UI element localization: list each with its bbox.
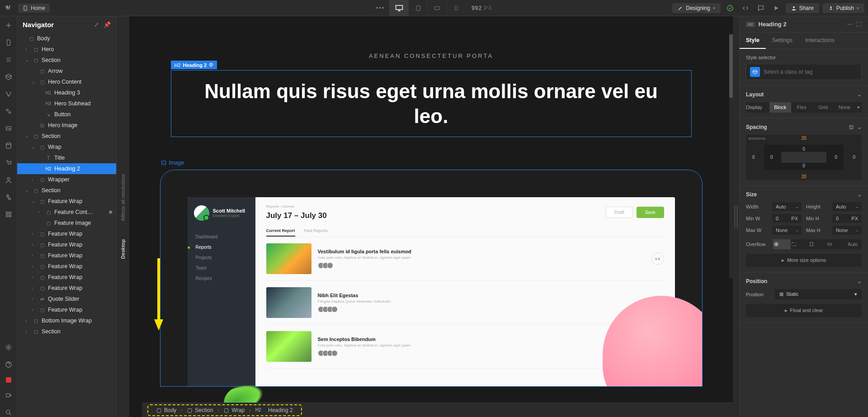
- class-input[interactable]: [764, 69, 858, 75]
- more-icon[interactable]: •••: [376, 5, 385, 11]
- heading2-text[interactable]: Nullam quis risus eget urna mollis ornar…: [189, 79, 673, 128]
- video-icon[interactable]: [4, 391, 13, 400]
- home-button[interactable]: Home: [18, 4, 50, 13]
- minw-input[interactable]: 0PX: [772, 214, 802, 223]
- tree-wrapper[interactable]: ›▢Wrapper: [17, 174, 116, 185]
- chevron-down-icon[interactable]: ▾: [855, 102, 862, 113]
- webflow-logo-icon[interactable]: [4, 3, 14, 13]
- maxw-input[interactable]: None-: [772, 226, 802, 235]
- record-icon[interactable]: [6, 377, 11, 383]
- width-input[interactable]: Auto-: [772, 202, 802, 211]
- tree-section[interactable]: ›▢Section: [17, 326, 116, 337]
- tree-button[interactable]: ↘Button: [17, 109, 116, 120]
- tree-feature-wrap[interactable]: ›▢Feature Wrap: [17, 261, 116, 272]
- display-block[interactable]: Block: [769, 102, 791, 113]
- tree-feature-wrap[interactable]: ›▢Feature Wrap: [17, 239, 116, 250]
- float-and-clear[interactable]: ▸Float and clear: [746, 304, 862, 317]
- tree-feature-cont[interactable]: ›▢Feature Cont…✱: [17, 207, 116, 218]
- tree-bottom-image-wrap[interactable]: ›▢Bottom Image Wrap: [17, 315, 116, 326]
- publish-button[interactable]: Publish▾: [823, 3, 864, 13]
- chevron-down-icon[interactable]: ⌄: [857, 191, 862, 198]
- selected-heading2-element[interactable]: H2 Heading 2 ⚙ Nullam quis risus eget ur…: [171, 70, 692, 137]
- pin-icon[interactable]: 📌: [104, 21, 111, 28]
- help-icon[interactable]: [4, 360, 13, 369]
- spacing-box[interactable]: MARGIN PADDING 20 20 0 0 0 0 0 0: [746, 135, 862, 180]
- style-manager-icon[interactable]: [4, 107, 13, 116]
- navigator-icon[interactable]: [4, 55, 13, 64]
- add-element-icon[interactable]: [4, 21, 13, 30]
- device-tablet-landscape-button[interactable]: [427, 0, 446, 16]
- tab-settings[interactable]: Settings: [766, 33, 799, 49]
- overflow-clip[interactable]: [826, 239, 844, 249]
- tree-title[interactable]: TTitle: [17, 152, 116, 163]
- tree-feature-wrap[interactable]: ›▢Feature Wrap: [17, 283, 116, 294]
- variables-icon[interactable]: [4, 90, 13, 99]
- canvas[interactable]: AENEAN CONSECTETUR PORTA H2 Heading 2 ⚙ …: [129, 16, 733, 403]
- pages-icon[interactable]: [4, 38, 13, 47]
- comment-icon[interactable]: [755, 2, 767, 14]
- position-select[interactable]: ⊞Static▾: [775, 289, 862, 299]
- tree-section[interactable]: ⌄▢Section: [17, 131, 116, 142]
- device-desktop-button[interactable]: [389, 0, 408, 16]
- users-icon[interactable]: [4, 175, 13, 185]
- tree-feature-wrap[interactable]: ›▢Feature Wrap: [17, 228, 116, 239]
- tree-feature-image[interactable]: ▢Feature Image: [17, 218, 116, 228]
- code-icon[interactable]: [740, 2, 751, 14]
- class-selector[interactable]: [746, 64, 862, 80]
- tree-section[interactable]: ⌄▢Section: [17, 185, 116, 196]
- components-icon[interactable]: [4, 72, 13, 81]
- tree-heading2-selected[interactable]: H2Heading 2: [17, 163, 116, 174]
- tab-interactions[interactable]: Interactions: [799, 33, 841, 49]
- selection-tag[interactable]: H2 Heading 2 ⚙: [171, 61, 217, 69]
- tree-feature-wrap[interactable]: ›▢Feature Wrap: [17, 272, 116, 283]
- more-size-options[interactable]: ▸More size options: [746, 254, 862, 267]
- gear-icon[interactable]: ⚙: [209, 62, 213, 68]
- assets-icon[interactable]: [4, 124, 13, 133]
- logic-icon[interactable]: [4, 193, 13, 202]
- overflow-auto[interactable]: Auto: [844, 239, 862, 249]
- expand-icon[interactable]: ⛶: [856, 21, 862, 28]
- maxh-input[interactable]: None-: [832, 226, 862, 235]
- device-tablet-button[interactable]: [408, 0, 427, 16]
- tree-hero-content[interactable]: ⌄▢Hero Content: [17, 76, 116, 87]
- share-button[interactable]: Share: [786, 3, 819, 13]
- tree-heading3[interactable]: H1Heading 3: [17, 87, 116, 98]
- more-icon[interactable]: ⋯: [847, 21, 853, 28]
- cms-icon[interactable]: [4, 141, 13, 150]
- tree-section[interactable]: ⌄▢Section: [17, 55, 116, 66]
- tree-wrap[interactable]: ⌄▢Wrap: [17, 142, 116, 152]
- overflow-scroll[interactable]: [808, 239, 826, 249]
- tree-body[interactable]: ▢Body: [17, 33, 116, 44]
- tree-quote-slider[interactable]: ›⇄Quote Slider: [17, 294, 116, 304]
- canvas-resize-handle[interactable]: [733, 16, 739, 417]
- device-mobile-button[interactable]: [446, 0, 465, 16]
- breadcrumb-body[interactable]: ▢Body: [153, 406, 180, 414]
- overflow-hidden[interactable]: [791, 239, 808, 249]
- tree-hero-subhead[interactable]: H3Hero Subhead: [17, 98, 116, 109]
- image-element-tag[interactable]: Image: [161, 160, 721, 166]
- chevron-down-icon[interactable]: ⌄: [857, 91, 862, 98]
- ecommerce-icon[interactable]: [4, 158, 13, 167]
- preview-icon[interactable]: [770, 2, 782, 14]
- chevron-down-icon[interactable]: ⌄: [857, 278, 862, 284]
- spacing-edit-icon[interactable]: ⊡: [849, 124, 854, 130]
- chevron-down-icon[interactable]: ⌄: [857, 124, 862, 130]
- breadcrumb-heading2[interactable]: H2 Heading 2: [252, 406, 297, 414]
- collapse-icon[interactable]: ⤢: [94, 21, 99, 28]
- tree-arrow[interactable]: ▢Arrow: [17, 66, 116, 76]
- search-icon[interactable]: [4, 408, 13, 417]
- breadcrumb-section[interactable]: ▢Section: [184, 406, 217, 414]
- display-grid[interactable]: Grid: [812, 102, 834, 113]
- mockup-image[interactable]: Scott MitchellDessert Expert Dashboard R…: [160, 170, 703, 387]
- display-none[interactable]: None: [834, 102, 856, 113]
- settings-gear-icon[interactable]: [4, 343, 13, 352]
- tree-hero[interactable]: ›▢Hero: [17, 44, 116, 55]
- tree-feature-wrap[interactable]: ›▢Feature Wrap: [17, 304, 116, 315]
- tree-feature-wrap[interactable]: ⌄▢Feature Wrap: [17, 196, 116, 207]
- check-icon[interactable]: [724, 2, 736, 14]
- breadcrumb-wrap[interactable]: ▢Wrap: [220, 406, 248, 414]
- mode-designing-button[interactable]: Designing ▾: [672, 3, 720, 13]
- minh-input[interactable]: 0PX: [832, 214, 862, 223]
- height-input[interactable]: Auto-: [832, 202, 862, 211]
- tab-style[interactable]: Style: [740, 33, 766, 49]
